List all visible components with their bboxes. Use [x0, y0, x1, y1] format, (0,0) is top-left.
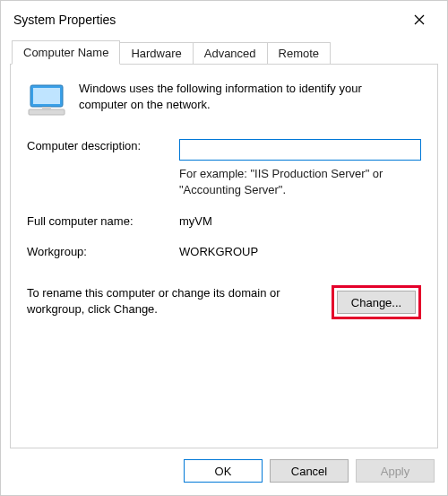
full-name-value: myVM — [179, 212, 421, 228]
dialog-buttons: OK Cancel Apply — [1, 448, 447, 495]
workgroup-label: Workgroup: — [27, 242, 179, 258]
full-name-label: Full computer name: — [27, 212, 179, 228]
rename-text: To rename this computer or change its do… — [27, 285, 319, 317]
tab-strip: Computer Name Hardware Advanced Remote — [10, 40, 438, 64]
tab-advanced[interactable]: Advanced — [193, 42, 268, 64]
rename-row: To rename this computer or change its do… — [27, 285, 421, 319]
window-title: System Properties — [13, 13, 116, 27]
system-properties-window: System Properties Computer Name Hardware… — [0, 0, 448, 496]
computer-icon — [27, 83, 66, 118]
tab-control: Computer Name Hardware Advanced Remote W… — [10, 40, 438, 448]
close-icon — [414, 14, 425, 25]
close-button[interactable] — [401, 6, 438, 33]
tab-remote[interactable]: Remote — [267, 42, 332, 64]
workgroup-value: WORKGROUP — [179, 242, 421, 258]
intro-row: Windows uses the following information t… — [27, 81, 421, 118]
description-row: Computer description: For example: "IIS … — [27, 136, 421, 197]
description-label: Computer description: — [27, 136, 179, 152]
change-button[interactable]: Change... — [337, 291, 416, 314]
description-input[interactable] — [179, 139, 421, 161]
tab-hardware[interactable]: Hardware — [119, 42, 193, 64]
apply-button: Apply — [356, 459, 435, 483]
svg-rect-5 — [42, 107, 51, 109]
ok-button[interactable]: OK — [184, 459, 263, 483]
titlebar: System Properties — [1, 1, 447, 37]
description-example: For example: "IIS Production Server" or … — [179, 166, 421, 197]
svg-rect-4 — [29, 109, 65, 115]
workgroup-row: Workgroup: WORKGROUP — [27, 242, 421, 258]
tab-computer-name[interactable]: Computer Name — [12, 40, 120, 65]
svg-rect-3 — [33, 88, 60, 104]
cancel-button[interactable]: Cancel — [270, 459, 349, 483]
tab-panel-computer-name: Windows uses the following information t… — [10, 64, 438, 448]
full-name-row: Full computer name: myVM — [27, 212, 421, 228]
intro-text: Windows uses the following information t… — [79, 81, 421, 118]
change-button-highlight: Change... — [332, 285, 421, 319]
